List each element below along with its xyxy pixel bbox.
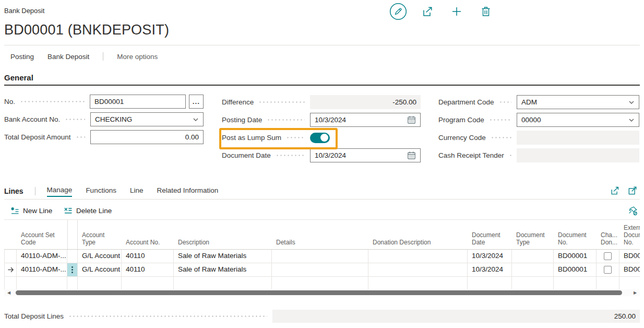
delete-button[interactable] — [480, 5, 492, 18]
delete-line-label: Delete Line — [76, 207, 112, 215]
scroll-right-arrow[interactable]: ▶ — [631, 289, 639, 296]
account-type-cell[interactable]: G/L Account — [78, 263, 122, 276]
column-header-document-no[interactable]: DocumentNo. — [554, 220, 597, 249]
tab-related-information[interactable]: Related Information — [157, 186, 218, 196]
external-document-no-cell[interactable]: BD00 — [619, 250, 640, 263]
total-deposit-lines-value: 250.00 — [277, 312, 636, 320]
total-deposit-amount-input[interactable]: 0.00 — [90, 130, 204, 144]
unpin-pane-button[interactable] — [628, 206, 638, 216]
scrollbar-thumb[interactable] — [16, 290, 622, 295]
no-value: BD00001 — [94, 98, 181, 106]
department-code-value: ADM — [521, 98, 625, 106]
account-set-code-cell[interactable] — [17, 277, 67, 290]
current-row-indicator-cell[interactable] — [4, 263, 17, 276]
document-type-cell[interactable] — [512, 263, 554, 276]
column-header-account-no[interactable]: Account No. — [122, 220, 174, 249]
description-cell[interactable] — [174, 277, 272, 290]
account-set-code-cell[interactable]: 40110-ADM-... — [17, 250, 67, 263]
column-header-details[interactable]: Details — [272, 220, 368, 249]
field-bank-account-no: Bank Account No. CHECKING — [4, 112, 204, 126]
calendar-icon[interactable] — [407, 151, 416, 160]
account-no-cell[interactable] — [122, 277, 174, 290]
external-document-no-cell[interactable] — [619, 277, 640, 290]
details-cell[interactable] — [272, 250, 368, 263]
lines-open-in-new-window-button[interactable] — [627, 185, 638, 196]
department-code-dropdown[interactable]: ADM — [517, 95, 639, 109]
document-type-cell[interactable] — [512, 250, 554, 263]
description-cell[interactable]: Sale of Raw Materials — [174, 263, 272, 276]
no-assist-edit-button[interactable]: ... — [189, 95, 204, 109]
row-selector-cell[interactable] — [4, 250, 17, 263]
row-options-cell[interactable] — [67, 250, 78, 263]
column-header-donation-description[interactable]: Donation Description — [368, 220, 468, 249]
charity-donation-checkbox[interactable] — [604, 266, 612, 274]
dotted-leader — [267, 119, 305, 121]
row-options-button[interactable] — [67, 263, 78, 276]
details-cell[interactable] — [272, 263, 368, 276]
column-header-description[interactable]: Description — [174, 220, 272, 249]
no-input[interactable]: BD00001 — [90, 95, 186, 109]
column-header-document-type[interactable]: DocumentType — [512, 220, 554, 249]
document-date-cell[interactable]: 10/3/2024 — [468, 263, 512, 276]
tab-manage[interactable]: Manage — [47, 186, 73, 197]
bank-account-no-dropdown[interactable]: CHECKING — [90, 112, 204, 126]
menu-item-bank-deposit[interactable]: Bank Deposit — [47, 53, 89, 61]
account-no-cell[interactable]: 40110 — [122, 263, 174, 276]
field-cash-receipt-tender: Cash Receipt Tender — [438, 148, 639, 162]
document-date-input[interactable]: 10/3/2024 — [310, 148, 421, 162]
tab-functions[interactable]: Functions — [86, 186, 116, 196]
tab-line[interactable]: Line — [130, 186, 144, 196]
general-section-divider — [4, 85, 640, 86]
new-document-button[interactable] — [450, 5, 463, 18]
document-no-cell[interactable]: BD00001 — [554, 263, 597, 276]
column-header-account-set-code[interactable]: Account SetCode — [17, 220, 67, 249]
donation-description-cell[interactable] — [368, 250, 468, 263]
lines-section-heading[interactable]: Lines — [4, 187, 23, 195]
column-header-account-type[interactable]: AccountType — [78, 220, 122, 249]
posting-date-value: 10/3/2024 — [315, 116, 404, 124]
lines-table-header: Account SetCode AccountType Account No. … — [4, 220, 640, 250]
posting-date-label: Posting Date — [222, 116, 262, 124]
column-header-row-options[interactable] — [67, 220, 78, 249]
document-no-cell[interactable] — [554, 277, 597, 290]
document-no-cell[interactable]: BD00001 — [554, 250, 597, 263]
more-options-button[interactable]: More options — [117, 53, 158, 61]
chevron-down-icon — [628, 117, 635, 123]
posting-date-input[interactable]: 10/3/2024 — [310, 113, 421, 127]
general-section-heading[interactable]: General — [4, 73, 33, 82]
account-set-code-cell[interactable]: 40110-ADM-... — [17, 263, 67, 276]
breadcrumb[interactable]: Bank Deposit — [4, 7, 44, 15]
row-options-cell[interactable] — [67, 277, 78, 290]
external-document-no-cell[interactable]: BD00 — [619, 263, 640, 276]
account-no-cell[interactable]: 40110 — [122, 250, 174, 263]
bank-account-no-value: CHECKING — [95, 115, 189, 123]
column-header-charity-donation[interactable]: Cha...Don... — [597, 220, 619, 249]
calendar-icon[interactable] — [407, 115, 416, 124]
column-header-select[interactable] — [4, 220, 17, 249]
field-post-as-lump-sum: Post as Lump Sum — [222, 131, 421, 145]
delete-line-button[interactable]: Delete Line — [64, 205, 112, 216]
new-line-button[interactable]: New Line — [10, 205, 52, 216]
donation-description-cell[interactable] — [368, 277, 468, 290]
share-button[interactable] — [421, 5, 434, 18]
charity-donation-checkbox[interactable] — [604, 252, 612, 260]
dotted-leader — [258, 101, 305, 103]
horizontal-scrollbar[interactable]: ◀ ▶ — [4, 289, 640, 296]
document-type-cell[interactable] — [512, 277, 554, 290]
post-as-lump-sum-toggle[interactable] — [310, 133, 330, 143]
lines-share-button[interactable] — [610, 185, 620, 196]
account-type-cell[interactable]: G/L Account — [78, 250, 122, 263]
edit-pencil-button[interactable] — [389, 3, 407, 20]
details-cell[interactable] — [272, 277, 368, 290]
program-code-dropdown[interactable]: 00000 — [517, 113, 639, 127]
row-selector-cell[interactable] — [4, 277, 17, 290]
menu-item-posting[interactable]: Posting — [10, 53, 34, 61]
scroll-left-arrow[interactable]: ◀ — [5, 289, 13, 296]
account-type-cell[interactable] — [78, 277, 122, 290]
donation-description-cell[interactable] — [368, 263, 468, 276]
document-date-cell[interactable]: 10/3/2024 — [468, 250, 512, 263]
description-cell[interactable]: Sale of Raw Materials — [174, 250, 272, 263]
column-header-external-document-no[interactable]: ExternDocumNo. — [619, 220, 640, 249]
column-header-document-date[interactable]: DocumentDate — [468, 220, 512, 249]
document-date-cell[interactable] — [468, 277, 512, 290]
